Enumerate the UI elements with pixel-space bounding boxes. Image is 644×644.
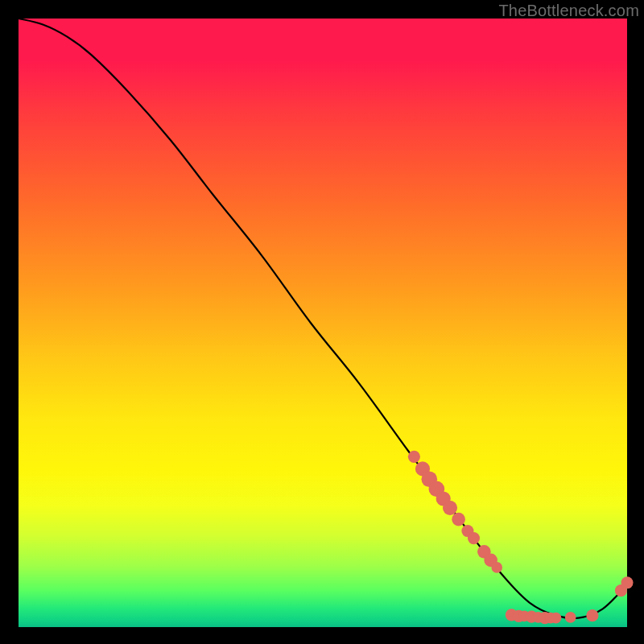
plot-area [19,19,627,627]
scatter-dots [408,451,634,624]
bottleneck-curve [19,19,627,618]
chart-svg [19,19,627,627]
scatter-dot [491,562,502,573]
watermark-text: TheBottleneck.com [498,2,639,20]
chart-container: TheBottleneck.com [0,0,644,644]
scatter-dot [586,609,598,621]
scatter-dot [452,513,465,526]
scatter-dot [408,451,420,463]
scatter-dot [565,612,576,623]
scatter-dot [551,613,562,624]
scatter-dot [468,532,480,544]
scatter-dot [621,576,633,588]
scatter-dot [443,501,457,515]
